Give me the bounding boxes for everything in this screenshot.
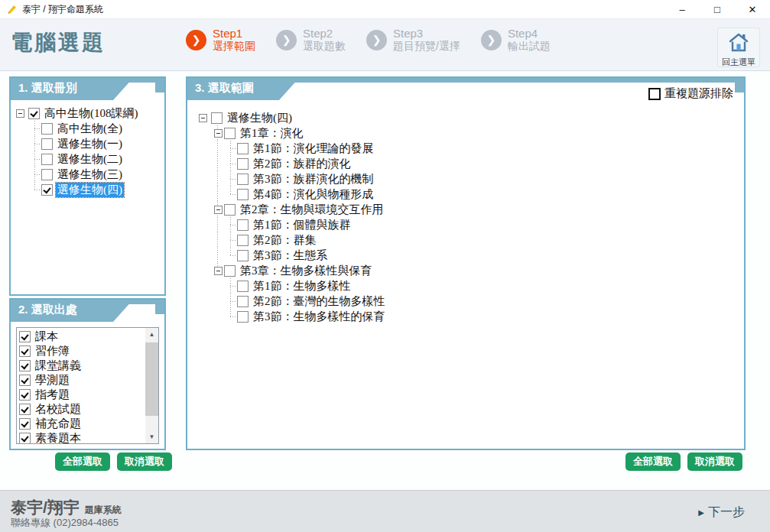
tree-label[interactable]: 第4節：演化與物種形成 <box>252 187 375 202</box>
source-checkbox[interactable] <box>19 418 31 430</box>
tree-label[interactable]: 第1節：演化理論的發展 <box>252 141 375 156</box>
collapse-toggle-icon[interactable] <box>16 109 24 118</box>
tree-checkbox[interactable] <box>224 204 236 216</box>
tree-guide-line <box>198 248 211 263</box>
tree-checkbox[interactable] <box>237 250 249 261</box>
tree-checkbox[interactable] <box>41 123 53 135</box>
source-checkbox[interactable] <box>19 404 31 415</box>
tree-checkbox[interactable] <box>237 311 249 323</box>
next-step-button[interactable]: ▶ 下一步 <box>698 504 745 521</box>
tree-connector <box>28 167 41 182</box>
scope-tree-row: 第2節：臺灣的生物多樣性 <box>198 294 742 309</box>
tree-checkbox[interactable] <box>41 138 53 150</box>
tree-checkbox[interactable] <box>41 184 53 196</box>
tree-checkbox[interactable] <box>224 128 236 139</box>
tree-label[interactable]: 選修生物(一) <box>56 137 124 151</box>
tree-checkbox[interactable] <box>237 143 249 154</box>
source-checkbox[interactable] <box>19 433 31 444</box>
collapse-toggle-icon[interactable] <box>199 114 207 122</box>
source-label[interactable]: 補充命題 <box>34 417 83 431</box>
source-label[interactable]: 名校試題 <box>34 402 83 417</box>
deselect-all-button-right[interactable]: 取消選取 <box>687 453 742 471</box>
tree-guide-line <box>198 263 211 278</box>
step-2: ❯ Step2 選取題數 <box>276 28 346 52</box>
select-all-button-left[interactable]: 全部選取 <box>55 453 110 471</box>
close-button[interactable]: ✕ <box>735 0 770 18</box>
tree-label[interactable]: 選修生物(三) <box>56 167 124 182</box>
source-checkbox[interactable] <box>19 360 31 371</box>
volume-tree-row: 選修生物(三) <box>15 167 163 182</box>
tree-connector <box>224 248 237 263</box>
source-label[interactable]: 習作簿 <box>34 344 71 358</box>
tree-label[interactable]: 第2節：族群的演化 <box>252 157 353 171</box>
tree-guide-line <box>211 171 224 187</box>
tree-checkbox[interactable] <box>237 235 249 246</box>
collapse-toggle-icon[interactable] <box>214 267 223 275</box>
tree-checkbox[interactable] <box>237 174 249 185</box>
tree-guide-line <box>198 187 211 202</box>
tree-label[interactable]: 選修生物(四) <box>226 111 294 125</box>
home-button[interactable]: 回主選單 <box>717 28 760 67</box>
tree-label[interactable]: 高中生物(全) <box>56 122 124 136</box>
tree-label[interactable]: 第2節：群集 <box>252 233 318 248</box>
tree-checkbox[interactable] <box>237 281 249 292</box>
source-label[interactable]: 素養題本 <box>34 431 83 444</box>
tree-label[interactable]: 第3章：生物多樣性與保育 <box>239 264 374 278</box>
scope-tree-row: 第3節：生態系 <box>198 248 742 263</box>
dedupe-checkbox[interactable] <box>648 88 661 100</box>
tree-connector <box>28 182 41 197</box>
tree-label[interactable]: 選修生物(二) <box>56 152 124 167</box>
tree-checkbox[interactable] <box>28 108 40 119</box>
tree-checkbox[interactable] <box>237 296 249 307</box>
source-scrollbar[interactable]: ▲ ▼ <box>145 328 158 443</box>
collapse-toggle-icon[interactable] <box>214 206 223 214</box>
tree-label[interactable]: 第1節：個體與族群 <box>252 218 353 232</box>
tree-label[interactable]: 第3節：族群演化的機制 <box>252 172 375 187</box>
source-list-item: 補充命題 <box>19 417 144 431</box>
source-label[interactable]: 指考題 <box>34 388 71 402</box>
tree-guide-line <box>211 232 224 248</box>
tree-checkbox[interactable] <box>237 189 249 200</box>
tree-connector <box>211 263 224 278</box>
tree-label[interactable]: 高中生物(108課綱) <box>43 106 140 121</box>
tree-label[interactable]: 第3節：生物多樣性的保育 <box>252 310 387 324</box>
scope-tree-row: 第3章：生物多樣性與保育 <box>198 263 742 278</box>
tree-connector <box>198 110 211 125</box>
step-indicator: ❯ Step1 選擇範圍 ❯ Step2 選取題數 ❯ Step3 題目預覽/選… <box>186 28 571 52</box>
tree-label[interactable]: 選修生物(四) <box>56 183 124 197</box>
scope-tree-row: 第2章：生物與環境交互作用 <box>198 202 742 217</box>
tree-label[interactable]: 第3節：生態系 <box>252 248 330 263</box>
maximize-button[interactable]: □ <box>700 0 735 18</box>
select-all-button-right[interactable]: 全部選取 <box>625 453 681 471</box>
tree-label[interactable]: 第1節：生物多樣性 <box>252 279 353 294</box>
source-label[interactable]: 課本 <box>34 329 60 344</box>
tree-checkbox[interactable] <box>224 265 236 277</box>
source-checkbox[interactable] <box>19 389 31 401</box>
tree-checkbox[interactable] <box>41 154 53 165</box>
tree-label[interactable]: 第2章：生物與環境交互作用 <box>239 203 385 217</box>
tree-checkbox[interactable] <box>237 158 249 170</box>
source-list-item: 素養題本 <box>19 431 144 444</box>
source-list-item: 課堂講義 <box>19 358 144 373</box>
scope-tree-row: 第3節：族群演化的機制 <box>198 171 742 187</box>
tree-label[interactable]: 第2節：臺灣的生物多樣性 <box>252 294 387 309</box>
tree-label[interactable]: 第1章：演化 <box>239 126 305 141</box>
panel-1-title: 1. 選取冊別 <box>11 78 133 100</box>
scrollbar-thumb[interactable] <box>145 342 158 416</box>
deselect-all-button-left[interactable]: 取消選取 <box>117 453 172 471</box>
source-label[interactable]: 課堂講義 <box>34 358 83 373</box>
source-checkbox[interactable] <box>19 345 31 357</box>
scroll-down-icon[interactable]: ▼ <box>145 430 158 443</box>
panel-2-header: 2. 選取出處 <box>11 300 164 322</box>
minimize-button[interactable]: – <box>664 0 700 18</box>
source-label[interactable]: 學測題 <box>34 373 71 388</box>
tree-connector <box>28 121 41 136</box>
tree-checkbox[interactable] <box>211 112 223 124</box>
tree-checkbox[interactable] <box>41 169 53 180</box>
tree-guide-line <box>15 151 28 167</box>
collapse-toggle-icon[interactable] <box>214 129 223 138</box>
tree-checkbox[interactable] <box>237 219 249 231</box>
scroll-up-icon[interactable]: ▲ <box>145 328 158 341</box>
source-checkbox[interactable] <box>19 375 31 386</box>
source-checkbox[interactable] <box>19 331 31 342</box>
